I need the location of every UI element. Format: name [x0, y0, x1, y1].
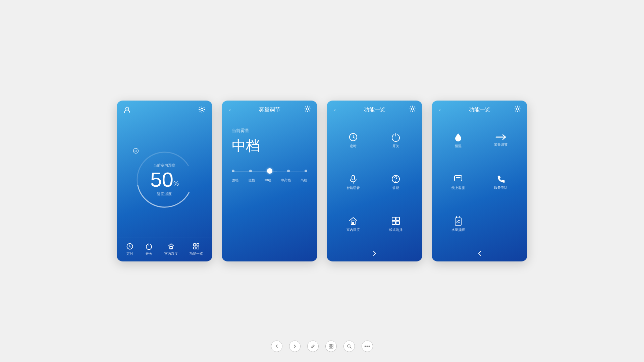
screen3-header: ← 功能一览: [327, 101, 422, 118]
svg-point-27: [517, 108, 519, 110]
humidity-circle: 当前室内湿度 50 % 适宜湿度: [133, 148, 197, 212]
nav-timer[interactable]: 定时: [126, 243, 133, 256]
func-const-humidity-label: 恒湿: [455, 144, 462, 148]
func-home-icon: [348, 216, 358, 226]
svg-point-15: [412, 108, 414, 110]
screen2-title: 雾量调节: [259, 106, 280, 113]
func-voice[interactable]: 智能语音: [333, 163, 373, 201]
humidity-title-label: 当前室内湿度: [153, 163, 175, 168]
fog-current-value: 中档: [232, 136, 260, 155]
next-arrow[interactable]: [327, 247, 422, 261]
func-qa-icon: [391, 174, 401, 184]
svg-point-5: [135, 150, 135, 150]
func-mode[interactable]: 模式选择: [376, 205, 416, 243]
power-icon: [145, 243, 153, 250]
func-voice-label: 智能语音: [346, 186, 360, 190]
slider-dot-2: [267, 168, 272, 174]
back-arrow-icon[interactable]: ←: [228, 106, 235, 114]
toolbar-search-btn[interactable]: [343, 341, 355, 352]
toolbar-back-btn[interactable]: [271, 341, 282, 352]
humidity-unit: %: [173, 180, 179, 187]
slider-label-0: 微档: [232, 178, 238, 183]
screen1-topbar: [117, 101, 212, 118]
func-phone-icon: [496, 174, 505, 184]
screen3-back-icon[interactable]: ←: [333, 106, 340, 114]
comfort-label: 适宜湿度: [157, 191, 172, 196]
fog-slider[interactable]: 微档 低档 中档 中高档 高档: [232, 169, 307, 183]
svg-rect-26: [396, 221, 399, 225]
svg-rect-31: [331, 344, 333, 346]
func-fog-adjust-label: 雾量调节: [494, 142, 507, 147]
toolbar-edit-btn[interactable]: [307, 341, 319, 352]
func-water-remind[interactable]: 水量提醒: [438, 205, 478, 243]
slider-label-1: 低档: [248, 178, 255, 183]
svg-rect-12: [194, 247, 196, 249]
user-icon[interactable]: [123, 106, 131, 115]
func-water-icon: [454, 216, 463, 226]
screen4-title: 功能一览: [469, 106, 490, 113]
bottom-toolbar: •••: [0, 341, 644, 352]
func-timer-label: 定时: [350, 144, 357, 148]
screen1: 当前室内湿度 50 % 适宜湿度: [117, 101, 212, 261]
fog-content: 当前雾量 中档: [222, 118, 317, 261]
func-power[interactable]: 开关: [376, 121, 416, 160]
slider-dot-0: [232, 170, 234, 172]
fog-current-label: 当前雾量: [232, 128, 249, 134]
func-service-phone[interactable]: 服务电话: [481, 163, 521, 201]
func-water-remind-label: 水量提醒: [451, 228, 465, 232]
nav-home[interactable]: 室内湿度: [164, 243, 178, 256]
toolbar-forward-btn[interactable]: [289, 341, 301, 352]
func-const-humidity[interactable]: 恒湿: [438, 121, 478, 160]
svg-rect-13: [197, 247, 199, 249]
func-home-humidity-label: 室内湿度: [346, 228, 360, 232]
screen3-grid: 定时 开关 智能语音: [327, 118, 422, 247]
nav-grid-label: 功能一览: [190, 251, 203, 256]
func-qa-label: 答疑: [392, 186, 399, 190]
func-qa[interactable]: 答疑: [376, 163, 416, 201]
slider-label-4: 高档: [301, 178, 307, 183]
func-online-service-icon: [453, 174, 463, 184]
screen3: ← 功能一览 定时: [327, 101, 422, 261]
toolbar-layout-btn[interactable]: [325, 341, 337, 352]
svg-point-14: [307, 108, 309, 110]
func-power-icon: [391, 132, 401, 142]
svg-point-6: [136, 150, 137, 150]
slider-track-container[interactable]: [232, 169, 307, 175]
nav-grid[interactable]: 功能一览: [190, 243, 203, 256]
nav-timer-label: 定时: [126, 251, 133, 256]
func-online-service[interactable]: 线上客服: [438, 163, 478, 201]
func-empty: [481, 205, 521, 243]
func-fog-adjust[interactable]: 雾量调节: [481, 121, 521, 160]
slider-label-3: 中高档: [281, 178, 291, 183]
nav-power-label: 开关: [146, 251, 152, 256]
svg-rect-24: [396, 217, 399, 221]
svg-rect-17: [352, 175, 355, 180]
func-timer[interactable]: 定时: [333, 121, 373, 160]
func-timer-icon: [348, 132, 358, 142]
timer-icon: [126, 243, 133, 250]
toolbar-more-btn[interactable]: •••: [362, 341, 373, 352]
func-fog-icon: [495, 133, 506, 141]
screen1-bottom-nav: 定时 开关 室内湿度: [117, 238, 212, 261]
svg-rect-28: [454, 176, 462, 181]
screen2-settings-icon[interactable]: [304, 105, 311, 114]
grid-icon: [193, 243, 200, 250]
circle-inner: 当前室内湿度 50 % 适宜湿度: [150, 163, 179, 196]
nav-power[interactable]: 开关: [145, 243, 153, 256]
func-home-humidity[interactable]: 室内湿度: [333, 205, 373, 243]
home-icon: [167, 243, 175, 250]
svg-point-1: [201, 109, 203, 111]
screen3-settings-icon[interactable]: [409, 105, 416, 114]
slider-dot-1: [249, 170, 252, 172]
screen4-settings-icon[interactable]: [514, 105, 521, 114]
svg-line-35: [350, 347, 351, 348]
func-voice-icon: [348, 174, 358, 184]
screen3-title: 功能一览: [364, 106, 385, 113]
svg-point-4: [133, 148, 138, 153]
settings-icon[interactable]: [198, 106, 206, 115]
svg-rect-33: [331, 347, 333, 348]
comfort-row: 适宜湿度: [157, 191, 172, 196]
screen4-back-icon[interactable]: ←: [438, 106, 445, 114]
prev-arrow[interactable]: [432, 247, 527, 261]
nav-home-label: 室内湿度: [164, 251, 178, 256]
